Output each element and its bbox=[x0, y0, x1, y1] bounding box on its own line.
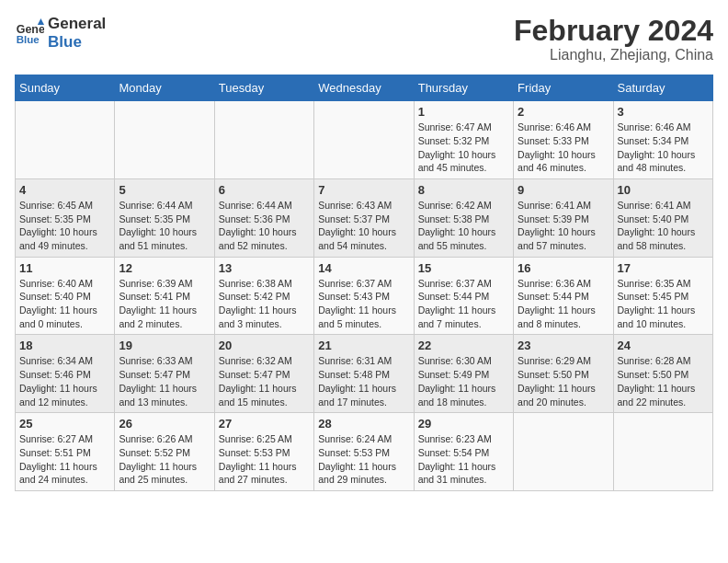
day-info: Sunrise: 6:44 AMSunset: 5:36 PMDaylight:… bbox=[219, 199, 310, 253]
day-number: 20 bbox=[219, 339, 310, 352]
day-info: Sunrise: 6:46 AMSunset: 5:34 PMDaylight:… bbox=[618, 121, 709, 175]
calendar-cell: 26Sunrise: 6:26 AMSunset: 5:52 PMDayligh… bbox=[115, 413, 214, 491]
calendar-cell: 19Sunrise: 6:33 AMSunset: 5:47 PMDayligh… bbox=[115, 335, 214, 413]
day-number: 8 bbox=[418, 183, 509, 197]
day-info: Sunrise: 6:46 AMSunset: 5:33 PMDaylight:… bbox=[518, 121, 609, 175]
day-info: Sunrise: 6:39 AMSunset: 5:41 PMDaylight:… bbox=[119, 277, 210, 331]
calendar-week-5: 25Sunrise: 6:27 AMSunset: 5:51 PMDayligh… bbox=[16, 413, 713, 491]
calendar-cell: 7Sunrise: 6:43 AMSunset: 5:37 PMDaylight… bbox=[314, 178, 414, 257]
day-number: 16 bbox=[518, 261, 609, 275]
calendar-cell: 9Sunrise: 6:41 AMSunset: 5:39 PMDaylight… bbox=[514, 178, 613, 257]
calendar-table: SundayMondayTuesdayWednesdayThursdayFrid… bbox=[15, 75, 713, 491]
calendar-cell: 12Sunrise: 6:39 AMSunset: 5:41 PMDayligh… bbox=[115, 257, 214, 335]
calendar-week-1: 1Sunrise: 6:47 AMSunset: 5:32 PMDaylight… bbox=[16, 101, 713, 179]
day-number: 2 bbox=[518, 105, 609, 119]
svg-marker-2 bbox=[38, 18, 44, 25]
day-info: Sunrise: 6:37 AMSunset: 5:43 PMDaylight:… bbox=[318, 277, 409, 331]
calendar-cell: 11Sunrise: 6:40 AMSunset: 5:40 PMDayligh… bbox=[16, 257, 115, 335]
calendar-cell: 4Sunrise: 6:45 AMSunset: 5:35 PMDaylight… bbox=[16, 178, 115, 257]
calendar-cell: 2Sunrise: 6:46 AMSunset: 5:33 PMDaylight… bbox=[514, 101, 613, 179]
day-info: Sunrise: 6:47 AMSunset: 5:32 PMDaylight:… bbox=[418, 121, 509, 175]
calendar-cell bbox=[214, 101, 313, 179]
calendar-cell: 16Sunrise: 6:36 AMSunset: 5:44 PMDayligh… bbox=[514, 257, 613, 335]
calendar-cell: 17Sunrise: 6:35 AMSunset: 5:45 PMDayligh… bbox=[613, 257, 712, 335]
weekday-header-wednesday: Wednesday bbox=[314, 75, 414, 101]
calendar-cell: 3Sunrise: 6:46 AMSunset: 5:34 PMDaylight… bbox=[613, 101, 712, 179]
calendar-cell bbox=[115, 101, 214, 179]
day-info: Sunrise: 6:37 AMSunset: 5:44 PMDaylight:… bbox=[418, 277, 509, 331]
day-info: Sunrise: 6:25 AMSunset: 5:53 PMDaylight:… bbox=[219, 432, 310, 487]
day-number: 23 bbox=[518, 339, 609, 352]
calendar-body: 1Sunrise: 6:47 AMSunset: 5:32 PMDaylight… bbox=[16, 101, 713, 491]
day-info: Sunrise: 6:40 AMSunset: 5:40 PMDaylight:… bbox=[19, 277, 110, 331]
day-number: 17 bbox=[618, 261, 709, 275]
calendar-cell: 21Sunrise: 6:31 AMSunset: 5:48 PMDayligh… bbox=[314, 335, 414, 413]
day-number: 25 bbox=[19, 417, 110, 431]
calendar-cell bbox=[514, 413, 613, 491]
calendar-cell: 14Sunrise: 6:37 AMSunset: 5:43 PMDayligh… bbox=[314, 257, 414, 335]
day-number: 13 bbox=[219, 261, 310, 275]
logo-icon: General Blue bbox=[15, 18, 44, 48]
weekday-header-saturday: Saturday bbox=[613, 75, 712, 101]
calendar-cell: 15Sunrise: 6:37 AMSunset: 5:44 PMDayligh… bbox=[414, 257, 513, 335]
day-number: 9 bbox=[518, 183, 609, 197]
calendar-cell: 10Sunrise: 6:41 AMSunset: 5:40 PMDayligh… bbox=[613, 178, 712, 257]
weekday-header-tuesday: Tuesday bbox=[214, 75, 313, 101]
day-info: Sunrise: 6:34 AMSunset: 5:46 PMDaylight:… bbox=[19, 354, 110, 408]
calendar-cell bbox=[16, 101, 115, 179]
day-number: 19 bbox=[119, 339, 210, 352]
day-info: Sunrise: 6:32 AMSunset: 5:47 PMDaylight:… bbox=[219, 354, 310, 408]
calendar-week-4: 18Sunrise: 6:34 AMSunset: 5:46 PMDayligh… bbox=[16, 335, 713, 413]
calendar-cell: 8Sunrise: 6:42 AMSunset: 5:38 PMDaylight… bbox=[414, 178, 513, 257]
day-number: 29 bbox=[418, 417, 509, 431]
day-number: 6 bbox=[219, 183, 310, 197]
day-number: 15 bbox=[418, 261, 509, 275]
calendar-cell: 20Sunrise: 6:32 AMSunset: 5:47 PMDayligh… bbox=[214, 335, 313, 413]
calendar-cell bbox=[613, 413, 712, 491]
day-number: 22 bbox=[418, 339, 509, 352]
day-info: Sunrise: 6:44 AMSunset: 5:35 PMDaylight:… bbox=[119, 199, 210, 253]
calendar-cell: 24Sunrise: 6:28 AMSunset: 5:50 PMDayligh… bbox=[613, 335, 712, 413]
weekday-header-row: SundayMondayTuesdayWednesdayThursdayFrid… bbox=[16, 75, 713, 101]
day-number: 10 bbox=[618, 183, 709, 197]
title-area: February 2024 Lianghu, Zhejiang, China bbox=[514, 15, 713, 63]
day-info: Sunrise: 6:24 AMSunset: 5:53 PMDaylight:… bbox=[318, 432, 409, 487]
logo-general: General bbox=[48, 15, 106, 33]
logo: General Blue General Blue bbox=[15, 15, 106, 52]
day-info: Sunrise: 6:31 AMSunset: 5:48 PMDaylight:… bbox=[318, 354, 409, 408]
day-info: Sunrise: 6:42 AMSunset: 5:38 PMDaylight:… bbox=[418, 199, 509, 253]
day-info: Sunrise: 6:26 AMSunset: 5:52 PMDaylight:… bbox=[119, 432, 210, 487]
day-info: Sunrise: 6:30 AMSunset: 5:49 PMDaylight:… bbox=[418, 354, 509, 408]
day-number: 11 bbox=[19, 261, 110, 275]
subtitle: Lianghu, Zhejiang, China bbox=[514, 47, 713, 63]
calendar-cell: 1Sunrise: 6:47 AMSunset: 5:32 PMDaylight… bbox=[414, 101, 513, 179]
day-number: 18 bbox=[19, 339, 110, 352]
calendar-cell: 29Sunrise: 6:23 AMSunset: 5:54 PMDayligh… bbox=[414, 413, 513, 491]
calendar-cell: 18Sunrise: 6:34 AMSunset: 5:46 PMDayligh… bbox=[16, 335, 115, 413]
day-number: 27 bbox=[219, 417, 310, 431]
day-number: 12 bbox=[119, 261, 210, 275]
day-number: 21 bbox=[318, 339, 409, 352]
main-title: February 2024 bbox=[514, 15, 713, 47]
day-number: 26 bbox=[119, 417, 210, 431]
header: General Blue General Blue February 2024 … bbox=[15, 15, 713, 63]
weekday-header-friday: Friday bbox=[514, 75, 613, 101]
svg-text:Blue: Blue bbox=[17, 34, 40, 45]
day-info: Sunrise: 6:38 AMSunset: 5:42 PMDaylight:… bbox=[219, 277, 310, 331]
weekday-header-thursday: Thursday bbox=[414, 75, 513, 101]
calendar-week-3: 11Sunrise: 6:40 AMSunset: 5:40 PMDayligh… bbox=[16, 257, 713, 335]
day-number: 4 bbox=[19, 183, 110, 197]
day-info: Sunrise: 6:36 AMSunset: 5:44 PMDaylight:… bbox=[518, 277, 609, 331]
day-number: 24 bbox=[618, 339, 709, 352]
weekday-header-monday: Monday bbox=[115, 75, 214, 101]
calendar-cell: 6Sunrise: 6:44 AMSunset: 5:36 PMDaylight… bbox=[214, 178, 313, 257]
day-info: Sunrise: 6:27 AMSunset: 5:51 PMDaylight:… bbox=[19, 432, 110, 487]
calendar-cell: 27Sunrise: 6:25 AMSunset: 5:53 PMDayligh… bbox=[214, 413, 313, 491]
day-info: Sunrise: 6:23 AMSunset: 5:54 PMDaylight:… bbox=[418, 432, 509, 487]
calendar-week-2: 4Sunrise: 6:45 AMSunset: 5:35 PMDaylight… bbox=[16, 178, 713, 257]
day-info: Sunrise: 6:29 AMSunset: 5:50 PMDaylight:… bbox=[518, 354, 609, 408]
calendar-cell: 22Sunrise: 6:30 AMSunset: 5:49 PMDayligh… bbox=[414, 335, 513, 413]
day-info: Sunrise: 6:33 AMSunset: 5:47 PMDaylight:… bbox=[119, 354, 210, 408]
day-number: 3 bbox=[618, 105, 709, 119]
calendar-cell: 23Sunrise: 6:29 AMSunset: 5:50 PMDayligh… bbox=[514, 335, 613, 413]
